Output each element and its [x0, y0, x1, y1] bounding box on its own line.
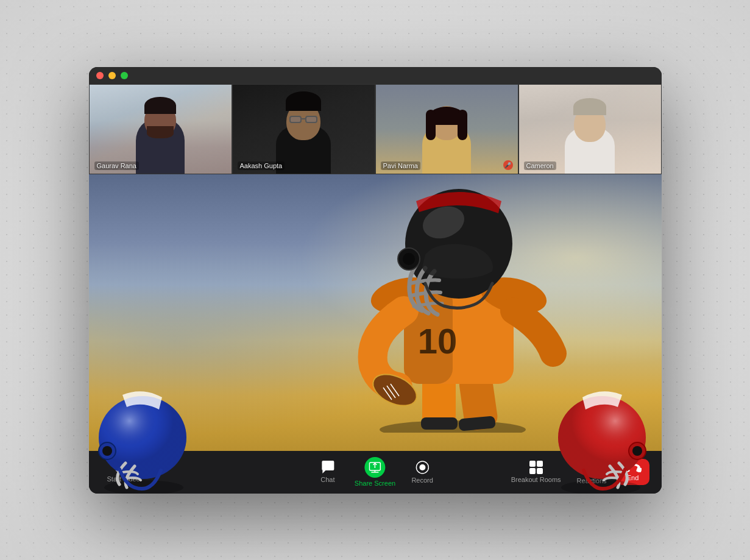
mic-off-icon: 🎤: [503, 160, 513, 170]
participant-gaurav: Gaurav Rana: [89, 84, 232, 174]
chat-icon: [320, 461, 335, 474]
record-icon: [415, 460, 430, 475]
minimize-button[interactable]: [108, 72, 116, 79]
participant-name-gaurav: Gaurav Rana: [94, 161, 139, 170]
svg-point-31: [419, 464, 425, 470]
scene-wrapper: Gaurav Rana: [77, 30, 674, 530]
share-screen-button[interactable]: Share Screen: [348, 453, 402, 491]
record-label: Record: [411, 477, 433, 484]
close-button[interactable]: [96, 72, 104, 79]
breakout-rooms-icon: [529, 461, 543, 474]
svg-point-2: [99, 396, 186, 479]
svg-text:10: 10: [417, 321, 457, 361]
share-screen-label: Share Screen: [355, 480, 395, 487]
participant-aakash: Aakash Gupta: [232, 84, 375, 174]
title-bar: [89, 67, 662, 84]
maximize-button[interactable]: [121, 72, 128, 79]
svg-point-39: [558, 396, 646, 479]
svg-point-41: [632, 446, 642, 456]
participant-pavi: Pavi Narma 🎤: [375, 84, 518, 174]
helmet-right: [546, 384, 656, 494]
record-button[interactable]: Record: [405, 456, 439, 487]
chat-button[interactable]: Chat: [311, 457, 345, 487]
participant-name-pavi: Pavi Narma: [381, 161, 420, 170]
participant-name-cameron: Cameron: [524, 161, 556, 170]
participants-row: Gaurav Rana: [89, 84, 662, 174]
participant-name-aakash: Aakash Gupta: [238, 161, 285, 170]
helmet-left: [89, 384, 199, 494]
share-screen-icon: [364, 457, 385, 478]
svg-point-4: [102, 446, 112, 456]
chat-label: Chat: [320, 476, 334, 483]
svg-rect-8: [421, 417, 458, 430]
svg-point-24: [403, 253, 415, 265]
participant-cameron: Cameron: [518, 84, 662, 174]
